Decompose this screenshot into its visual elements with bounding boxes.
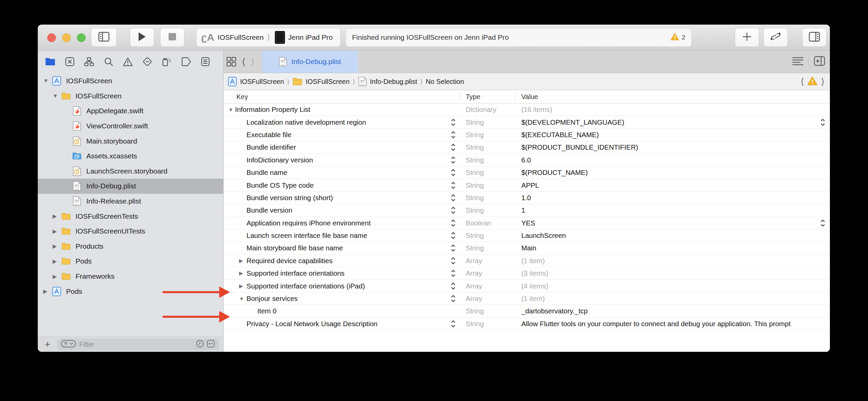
column-header-key[interactable]: Key [224, 93, 460, 101]
navigator-tab-project-navigator-icon[interactable] [45, 56, 56, 67]
navigator-tab-tests-icon[interactable] [142, 56, 153, 67]
scheme-selector[interactable]: ʗA IOSFullScreen ⟩ Jenn iPad Pro [196, 28, 341, 47]
breadcrumb-group[interactable]: IOSFullScreen [292, 78, 349, 86]
run-button[interactable] [130, 28, 154, 47]
disclosure-triangle-icon[interactable]: ▶ [53, 243, 57, 249]
plist-row[interactable]: Application requires iPhone environment … [224, 217, 830, 229]
navigator-tab-symbols-icon[interactable] [83, 56, 95, 67]
key-stepper-icon[interactable] [451, 257, 456, 265]
issue-warning-icon[interactable] [807, 76, 817, 87]
plist-row[interactable]: Executable file String $(EXECUTABLE_NAME… [224, 129, 830, 141]
plist-row[interactable]: Localization native development region S… [224, 116, 830, 128]
recent-files-clock-icon[interactable] [196, 340, 204, 349]
plist-row[interactable]: InfoDictionary version String 6.0 [224, 154, 830, 166]
key-stepper-icon[interactable] [451, 131, 456, 139]
plist-row[interactable]: Bundle version String 1 [224, 204, 830, 217]
key-stepper-icon[interactable] [451, 143, 456, 151]
key-stepper-icon[interactable] [451, 282, 456, 290]
related-items-button[interactable] [224, 57, 239, 67]
plist-row[interactable]: ▼ Information Property List Dictionary (… [224, 103, 830, 116]
filter-input[interactable]: Filter [57, 339, 219, 350]
value-stepper-icon[interactable] [820, 219, 825, 227]
file-tree-item[interactable]: PLIST Info-Release.plist [38, 194, 223, 209]
library-button[interactable] [735, 28, 759, 47]
disclosure-triangle-icon[interactable]: ▶ [53, 273, 57, 280]
file-tree-item[interactable]: LaunchScreen.storyboard [38, 164, 223, 179]
plist-row[interactable]: Bundle OS Type code String APPL [224, 179, 830, 191]
navigator-tab-debug-icon[interactable] [161, 56, 172, 67]
key-stepper-icon[interactable] [451, 156, 456, 164]
file-tree-item[interactable]: ▶ Pods [38, 254, 223, 269]
plist-row[interactable]: ▼ Bonjour services Array (1 item) [224, 292, 830, 305]
file-tree-item[interactable]: ▶ Products [38, 239, 223, 254]
toggle-right-sidebar-button[interactable] [802, 28, 827, 47]
navigator-tab-search-icon[interactable] [103, 56, 114, 67]
close-window-button[interactable] [47, 33, 56, 42]
navigator-tab-reports-icon[interactable] [200, 56, 211, 67]
disclosure-triangle-icon[interactable]: ▼ [43, 78, 49, 84]
file-tree-item[interactable]: PLIST Info-Debug.plist [38, 179, 223, 194]
file-tree-item[interactable]: Main.storyboard [38, 133, 223, 149]
assistant-editor-button[interactable] [763, 28, 788, 47]
source-control-status-icon[interactable] [207, 340, 215, 349]
key-stepper-icon[interactable] [451, 219, 456, 227]
key-stepper-icon[interactable] [451, 232, 456, 240]
file-tree-item[interactable]: ViewController.swift [38, 119, 223, 134]
disclosure-triangle-icon[interactable]: ▶ [43, 288, 47, 295]
go-back-button[interactable]: ⟨ [239, 56, 248, 67]
plist-row[interactable]: Bundle name String $(PRODUCT_NAME) [224, 166, 830, 179]
key-stepper-icon[interactable] [451, 244, 456, 252]
plist-row[interactable]: Bundle identifier String $(PRODUCT_BUNDL… [224, 141, 830, 154]
disclosure-triangle-icon[interactable]: ▶ [53, 228, 57, 235]
disclosure-triangle-icon[interactable]: ▶ [53, 258, 57, 265]
previous-issue-button[interactable]: ⟨ [801, 76, 804, 87]
value-stepper-icon[interactable] [820, 118, 825, 126]
breadcrumb-project[interactable]: IOSFullScreen [228, 77, 284, 86]
column-header-value[interactable]: Value [515, 93, 830, 101]
zoom-window-button[interactable] [77, 33, 86, 42]
file-tree-item[interactable]: ▶ Frameworks [38, 269, 223, 284]
key-stepper-icon[interactable] [451, 181, 456, 189]
minimize-window-button[interactable] [62, 33, 71, 42]
plist-row[interactable]: ▶ Supported interface orientations Array… [224, 267, 830, 280]
file-tree-item[interactable]: Assets.xcassets [38, 149, 223, 164]
file-tree-item[interactable]: ▶ IOSFullScreenTests [38, 209, 223, 224]
breadcrumb-file[interactable]: PLIST Info-Debug.plist [358, 76, 417, 87]
key-stepper-icon[interactable] [451, 206, 456, 214]
key-stepper-icon[interactable] [451, 320, 456, 328]
plist-row[interactable]: ▶ Required device capabilities Array (1 … [224, 255, 830, 267]
toggle-left-sidebar-button[interactable] [91, 28, 117, 47]
plist-row[interactable]: Bundle version string (short) String 1.0 [224, 192, 830, 204]
plist-row[interactable]: Launch screen interface file base name S… [224, 229, 830, 242]
key-stepper-icon[interactable] [451, 168, 456, 177]
disclosure-triangle-icon[interactable]: ▼ [53, 93, 58, 99]
navigator-tab-source-control-icon[interactable] [64, 56, 76, 67]
go-forward-button[interactable]: ⟩ [248, 56, 257, 67]
disclosure-triangle-icon[interactable]: ▶ [239, 258, 243, 264]
stop-button[interactable] [160, 28, 184, 47]
plist-row[interactable]: Privacy - Local Network Usage Descriptio… [224, 318, 830, 330]
column-header-type[interactable]: Type [460, 93, 515, 101]
file-tree-item[interactable]: ▼ IOSFullScreen [38, 89, 223, 104]
file-tree-item[interactable]: AppDelegate.swift [38, 103, 223, 119]
next-issue-button[interactable]: ⟩ [821, 76, 824, 87]
add-editor-button[interactable] [814, 56, 825, 67]
plist-row[interactable]: Main storyboard file base name String Ma… [224, 242, 830, 254]
navigator-tab-issues-icon[interactable] [122, 56, 134, 67]
breadcrumb-selection[interactable]: No Selection [426, 78, 464, 86]
warning-badge[interactable]: 2 [670, 33, 685, 42]
plist-row[interactable]: Item 0 String _dartobservatory._tcp [224, 305, 830, 317]
disclosure-triangle-icon[interactable]: ▼ [228, 107, 233, 113]
add-file-button[interactable]: + [42, 339, 53, 349]
key-stepper-icon[interactable] [451, 269, 456, 277]
plist-row[interactable]: ▶ Supported interface orientations (iPad… [224, 280, 830, 292]
tab-info-debug-plist[interactable]: PLIST Info-Debug.plist [262, 51, 358, 73]
disclosure-triangle-icon[interactable]: ▶ [239, 270, 243, 276]
disclosure-triangle-icon[interactable]: ▶ [53, 213, 57, 219]
editor-options-icon[interactable] [792, 57, 804, 67]
key-stepper-icon[interactable] [451, 194, 456, 202]
key-stepper-icon[interactable] [451, 118, 456, 126]
file-tree-item[interactable]: ▼ IOSFullScreen [38, 73, 223, 89]
navigator-tab-breakpoints-icon[interactable] [180, 56, 192, 67]
key-stepper-icon[interactable] [451, 295, 456, 303]
